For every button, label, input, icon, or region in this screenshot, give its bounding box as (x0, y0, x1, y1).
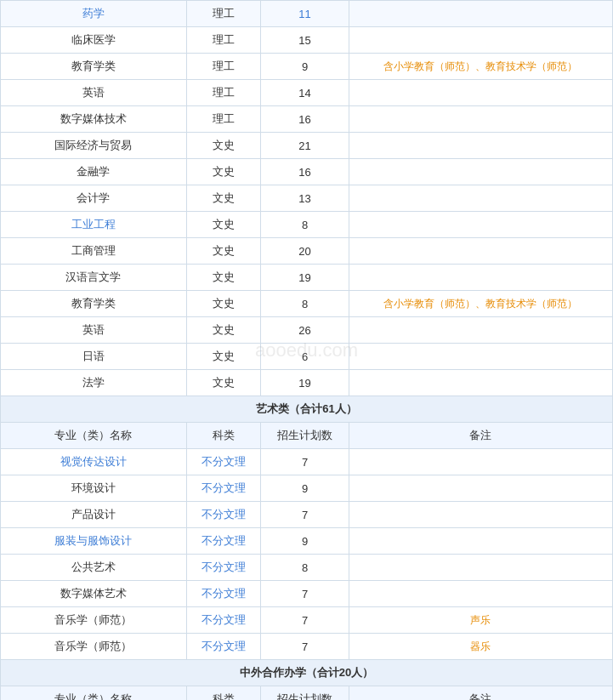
subject-cell: 不分文理 (186, 475, 260, 502)
count-cell: 7 (261, 634, 349, 660)
major-cell: 法学 (1, 370, 187, 396)
subject-cell: 理工 (186, 27, 260, 54)
subject-cell: 文史 (186, 238, 260, 265)
subject-cell: 理工 (186, 1, 260, 27)
subject-cell: 文史 (186, 370, 260, 396)
note-cell: 含小学教育（师范）、教育技术学（师范） (349, 291, 612, 317)
table-row: 汉语言文学文史19 (1, 265, 613, 291)
major-cell: 临床医学 (1, 27, 187, 54)
table-row: 药学理工11 (1, 1, 613, 27)
table-row: 产品设计不分文理7 (1, 502, 613, 528)
section-header-title: 中外合作办学（合计20人） (1, 660, 613, 686)
note-cell (349, 80, 612, 106)
table-row: 音乐学（师范）不分文理7声乐 (1, 607, 613, 634)
table-row: 视觉传达设计不分文理7 (1, 449, 613, 475)
count-cell: 14 (261, 80, 349, 106)
major-cell: 英语 (1, 317, 187, 344)
note-cell (349, 265, 612, 291)
note-cell (349, 27, 612, 54)
major-link[interactable]: 服装与服饰设计 (54, 534, 132, 547)
count-cell: 9 (261, 528, 349, 555)
subject-cell: 文史 (186, 291, 260, 317)
note-cell (349, 185, 612, 212)
table-row: 音乐学（师范）不分文理7器乐 (1, 634, 613, 660)
table-row: 临床医学理工15 (1, 27, 613, 54)
major-cell[interactable]: 药学 (1, 1, 187, 27)
column-header-cell: 备注 (349, 686, 612, 701)
column-header-cell: 科类 (186, 686, 260, 701)
note-cell (349, 528, 612, 555)
section-header-row: 艺术类（合计61人） (1, 396, 613, 423)
subject-cell: 文史 (186, 212, 260, 238)
subject-cell: 不分文理 (186, 502, 260, 528)
column-header-cell: 招生计划数 (261, 423, 349, 449)
major-cell: 产品设计 (1, 502, 187, 528)
note-cell (349, 555, 612, 581)
subject-cell: 理工 (186, 54, 260, 80)
note-cell (349, 344, 612, 370)
major-cell: 数字媒体技术 (1, 106, 187, 133)
count-cell: 7 (261, 449, 349, 475)
column-header-row: 专业（类）名称科类招生计划数备注 (1, 423, 613, 449)
subject-cell: 文史 (186, 159, 260, 185)
major-cell: 音乐学（师范） (1, 607, 187, 634)
count-cell: 6 (261, 344, 349, 370)
count-cell: 15 (261, 27, 349, 54)
table-row: 数字媒体艺术不分文理7 (1, 581, 613, 607)
subject-cell: 文史 (186, 133, 260, 159)
count-cell: 8 (261, 212, 349, 238)
subject-cell: 不分文理 (186, 634, 260, 660)
table-row: 工业工程文史8 (1, 212, 613, 238)
column-header-cell: 专业（类）名称 (1, 423, 187, 449)
note-cell (349, 212, 612, 238)
count-cell: 7 (261, 502, 349, 528)
subject-cell: 理工 (186, 80, 260, 106)
table-row: 环境设计不分文理9 (1, 475, 613, 502)
major-cell: 音乐学（师范） (1, 634, 187, 660)
count-cell: 8 (261, 555, 349, 581)
subject-cell: 文史 (186, 265, 260, 291)
note-cell (349, 159, 612, 185)
major-cell[interactable]: 工业工程 (1, 212, 187, 238)
major-cell: 金融学 (1, 159, 187, 185)
count-cell: 19 (261, 370, 349, 396)
major-cell[interactable]: 视觉传达设计 (1, 449, 187, 475)
table-row: 日语文史6 (1, 344, 613, 370)
count-cell: 8 (261, 291, 349, 317)
note-cell (349, 581, 612, 607)
major-cell: 日语 (1, 344, 187, 370)
major-link[interactable]: 工业工程 (71, 218, 116, 230)
subject-cell: 不分文理 (186, 607, 260, 634)
count-cell: 21 (261, 133, 349, 159)
major-cell[interactable]: 服装与服饰设计 (1, 528, 187, 555)
column-header-cell: 科类 (186, 423, 260, 449)
major-cell: 教育学类 (1, 291, 187, 317)
major-link[interactable]: 药学 (82, 7, 105, 20)
note-cell (349, 370, 612, 396)
table-row: 会计学文史13 (1, 185, 613, 212)
table-row: 公共艺术不分文理8 (1, 555, 613, 581)
major-cell: 英语 (1, 80, 187, 106)
major-cell: 工商管理 (1, 238, 187, 265)
subject-cell: 不分文理 (186, 581, 260, 607)
table-row: 法学文史19 (1, 370, 613, 396)
table-row: 金融学文史16 (1, 159, 613, 185)
count-cell: 16 (261, 106, 349, 133)
table-row: 教育学类理工9含小学教育（师范）、教育技术学（师范） (1, 54, 613, 80)
note-cell: 含小学教育（师范）、教育技术学（师范） (349, 54, 612, 80)
note-cell (349, 106, 612, 133)
count-cell: 7 (261, 581, 349, 607)
major-link[interactable]: 视觉传达设计 (60, 455, 127, 468)
subject-cell: 文史 (186, 344, 260, 370)
note-cell (349, 238, 612, 265)
note-cell (349, 317, 612, 344)
note-cell (349, 1, 612, 27)
subject-cell: 文史 (186, 317, 260, 344)
note-cell: 声乐 (349, 607, 612, 634)
major-cell: 教育学类 (1, 54, 187, 80)
count-cell: 20 (261, 238, 349, 265)
count-cell: 11 (261, 1, 349, 27)
count-cell: 9 (261, 475, 349, 502)
section-header-row: 中外合作办学（合计20人） (1, 660, 613, 686)
table-row: 英语文史26 (1, 317, 613, 344)
